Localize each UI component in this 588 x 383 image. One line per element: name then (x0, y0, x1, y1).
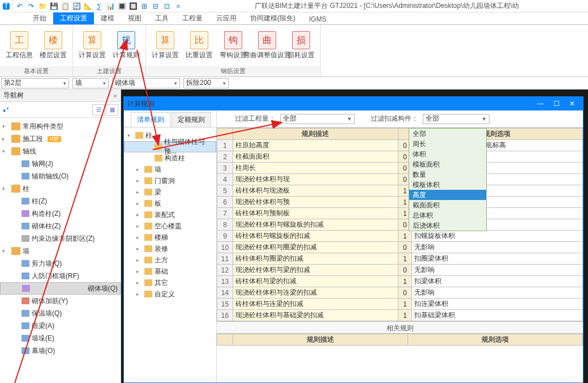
category-node[interactable]: ▸土方 (124, 254, 216, 266)
category-node[interactable]: ▸基础 (124, 266, 216, 277)
rule-row[interactable]: 7砖柱体积与预制板1扣预制板体积 (217, 208, 583, 219)
ribbon-tab[interactable]: 视图 (121, 12, 148, 24)
category-node[interactable]: ▸楼梯 (124, 232, 216, 243)
qa-icon[interactable]: 📐 (83, 1, 93, 11)
nav-view-grid-icon[interactable]: ▦ (106, 104, 118, 116)
tree-node[interactable]: 剪力墙(Q) (0, 257, 121, 270)
tree-node[interactable]: ▾常用构件类型 (0, 120, 121, 133)
rule-row[interactable]: 1柱原始高度0原始高度 = 柱顶标高-柱底标高 (217, 140, 583, 151)
tree-node[interactable]: 辅助轴线(O) (0, 170, 121, 182)
category-node[interactable]: ▸自定义 (124, 288, 216, 300)
tree-node[interactable]: 约束边缘非阴影区(Z) (0, 232, 121, 245)
ribbon-tab[interactable]: 云应用 (209, 12, 243, 24)
filter-select[interactable]: 砌体墙▾ (112, 78, 180, 88)
ribbon-button[interactable]: 算计算设置 (75, 29, 109, 62)
rule-row[interactable]: 15砖柱体积与连梁的扣减1扣连梁体积 (217, 299, 583, 310)
category-node[interactable]: 柱与砌体柱与预... (124, 141, 216, 152)
qa-icon[interactable]: 🔄 (71, 1, 81, 11)
ribbon-tab[interactable]: 建模 (94, 12, 121, 24)
dropdown-option[interactable]: 体积 (409, 149, 486, 159)
nav-pin-icon[interactable]: « (113, 92, 117, 100)
tree-node[interactable]: ▾墙 (0, 245, 121, 257)
filter-select[interactable]: 第2层▾ (1, 78, 69, 88)
rule-row[interactable]: 6现浇砼柱体积与预1扣预制板体积 (217, 197, 583, 208)
rule-row[interactable]: 16现浇砼柱体积与基础梁的扣减1扣基础梁体积 (217, 310, 583, 321)
tree-node[interactable]: 砌体墙(Q) (0, 282, 121, 295)
qa-icon[interactable]: = (173, 1, 183, 11)
dialog-tab[interactable]: 清单规则 (131, 112, 170, 127)
category-node[interactable]: ▸装配式 (124, 209, 216, 220)
qa-icon[interactable]: ⊟ (151, 1, 161, 11)
filter1-select[interactable]: 全部▼ (280, 114, 355, 124)
category-node[interactable]: ▸梁 (124, 186, 216, 198)
ribbon-button[interactable]: 算计算设置 (148, 29, 182, 62)
qa-icon[interactable]: ⊞ (139, 1, 149, 11)
category-node[interactable]: ▸门窗洞 (124, 175, 216, 186)
tree-node[interactable]: 人防门框墙(RF) (0, 270, 121, 282)
ribbon-tab[interactable]: 工程设置 (53, 12, 94, 24)
minimize-button[interactable]: — (533, 98, 548, 109)
rule-row[interactable]: 2柱截面面积0截面面积 (217, 151, 583, 163)
qa-icon[interactable]: 💾 (49, 1, 59, 11)
tree-node[interactable]: 保温墙(Q) (0, 307, 121, 320)
dropdown-option[interactable]: 模板面积 (409, 159, 486, 169)
rule-row[interactable]: 13砖柱体积与梁的扣减1扣梁体积 (217, 276, 583, 287)
dropdown-option[interactable]: 模板体积 (409, 180, 486, 190)
filter-select[interactable]: 拆除200▾ (183, 78, 229, 88)
qa-icon[interactable]: 🔲 (128, 1, 138, 11)
dialog-tab[interactable]: 定额规则 (171, 112, 211, 127)
qa-icon[interactable]: 🔳 (117, 1, 127, 11)
rule-row[interactable]: 3柱周长0取属性中柱截面周长值 (217, 163, 583, 174)
tree-node[interactable]: 砌体加筋(Y) (0, 295, 121, 307)
tree-node[interactable]: ▾轴线 (0, 145, 121, 158)
rule-row[interactable]: 5砖柱体积与现浇板1扣现浇板体积 (217, 185, 583, 197)
ribbon-tab[interactable]: 协同建模(限免) (243, 12, 302, 24)
dropdown-option[interactable]: 数量 (409, 169, 486, 180)
dropdown-option[interactable]: 周长 (409, 139, 486, 149)
qa-icon[interactable]: ∑ (94, 1, 104, 11)
rule-row[interactable]: 9砖柱体积与螺旋板的扣减1扣螺旋板体积 (217, 231, 583, 242)
qa-icon[interactable]: ↷ (26, 1, 36, 11)
tree-node[interactable]: ▸施工段VIP (0, 133, 121, 145)
rule-row[interactable]: 14现浇砼柱体积与连梁的扣减0无影响 (217, 287, 583, 299)
ribbon-button[interactable]: 比比重设置 (182, 29, 216, 62)
dropdown-option[interactable]: 总体积 (409, 210, 486, 220)
ribbon-button[interactable]: 损损耗设置 (284, 29, 318, 62)
qa-icon[interactable]: 📋 (60, 1, 70, 11)
ribbon-tab[interactable]: 开始 (26, 12, 53, 24)
rule-row[interactable]: 4现浇砼柱体积与现0无影响 (217, 174, 583, 185)
nav-tool-left[interactable]: ⬧* (2, 106, 9, 114)
qa-icon[interactable]: ⊡ (162, 1, 172, 11)
dropdown-option[interactable]: 后浇体积 (409, 220, 486, 231)
dropdown-option[interactable]: 全部 (409, 129, 486, 139)
rule-row[interactable]: 8现浇砼柱体积与螺旋板的扣减0无影响 (217, 219, 583, 231)
tree-node[interactable]: ▾柱 (0, 182, 121, 195)
ribbon-button[interactable]: 工工程信息 (2, 29, 36, 62)
ribbon-button[interactable]: 曲弯曲调整值设置 (250, 29, 284, 62)
dropdown-option[interactable]: 截面面积 (409, 200, 486, 210)
ribbon-button[interactable]: 规计算规则 (109, 29, 143, 62)
tree-node[interactable]: 墙垛(E) (0, 332, 121, 344)
tree-node[interactable]: 暗梁(A) (0, 320, 121, 332)
category-node[interactable]: ▸板 (124, 198, 216, 209)
rule-row[interactable]: 10现浇砼柱体积与圈梁的扣减0无影响 (217, 242, 583, 253)
nav-view-list-icon[interactable]: ☰ (92, 104, 105, 116)
ribbon-tab[interactable]: 工具 (148, 12, 175, 24)
category-node[interactable]: ▸空心楼盖 (124, 220, 216, 232)
close-button[interactable]: ✕ (565, 98, 580, 109)
filter2-select[interactable]: 全部▼ (423, 114, 490, 124)
tree-node[interactable]: 砌体柱(Z) (0, 220, 121, 232)
qa-icon[interactable]: 📊 (105, 1, 115, 11)
filter-select[interactable]: 墙▾ (72, 78, 109, 88)
qa-icon[interactable]: ↶ (15, 1, 25, 11)
tree-node[interactable]: 轴网(J) (0, 158, 121, 170)
tree-node[interactable]: 幕墙(O) (0, 344, 121, 357)
ribbon-tab[interactable]: IGMS (302, 14, 333, 24)
category-node[interactable]: ▸其它 (124, 277, 216, 288)
rule-row[interactable]: 12现浇砼柱体积与梁的扣减0无影响 (217, 265, 583, 276)
tree-node[interactable]: 构造柱(Z) (0, 207, 121, 220)
filter1-dropdown[interactable]: 全部周长体积模板面积数量模板体积高度截面面积总体积后浇体积 (409, 128, 487, 231)
category-node[interactable]: ▸墙 (124, 164, 216, 175)
dropdown-option[interactable]: 高度 (409, 190, 486, 200)
rule-row[interactable]: 11砖柱体积与圈梁的扣减1扣圈梁体积 (217, 253, 583, 265)
